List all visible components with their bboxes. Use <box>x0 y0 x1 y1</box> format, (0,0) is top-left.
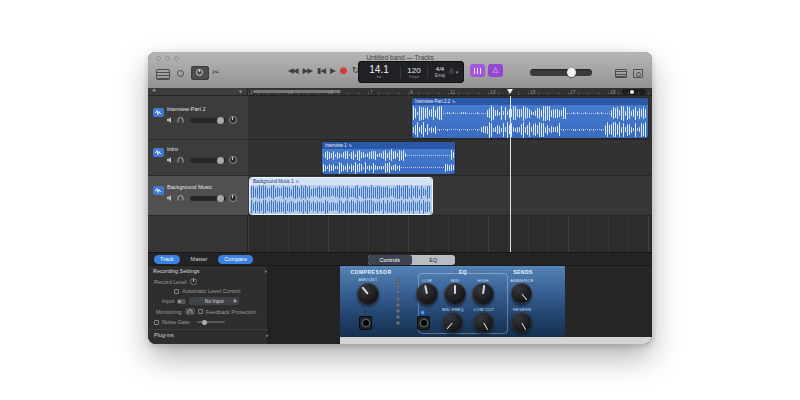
region-name: Interview-Part 2.2 <box>415 98 450 105</box>
compressor-led <box>364 310 367 313</box>
track-name[interactable]: Background Music <box>167 184 212 190</box>
eq-section-title: EQ <box>448 269 478 275</box>
solo-headphones-icon[interactable] <box>177 195 184 201</box>
volume-handle[interactable] <box>217 157 224 164</box>
region-background-music-1[interactable]: Background Music 1↻ <box>250 178 432 214</box>
loop-browser-icon[interactable] <box>615 69 627 78</box>
timeline-lane[interactable]: Interview-Part 2.2↻ Interview 1↻ Backgro… <box>248 96 652 252</box>
add-track-button[interactable]: + <box>152 87 156 95</box>
compressor-amount-knob[interactable] <box>357 283 379 305</box>
library-icon[interactable] <box>156 69 170 80</box>
window-title: Untitled band — Tracks <box>148 54 652 61</box>
input-source-dropdown[interactable]: No Input <box>189 297 239 305</box>
tracks-area: Interview-Part 2 Intro <box>148 96 652 252</box>
track-name[interactable]: Intro <box>167 146 178 152</box>
master-volume-slider[interactable] <box>530 69 592 76</box>
compressor-jack-button[interactable] <box>359 316 372 330</box>
quick-help-icon[interactable] <box>177 70 184 77</box>
noise-gate-row: Noise Gate <box>148 319 274 325</box>
transport-controls: ◀◀ ▶▶ ▮◀ ▶ ● ↻ <box>288 65 359 75</box>
track-options-icon[interactable]: ▼ <box>239 88 242 96</box>
inspector-tabs: Track Master Compare <box>154 255 253 264</box>
zoom-slider[interactable] <box>622 89 646 95</box>
tab-controls[interactable]: Controls <box>368 255 412 265</box>
noise-gate-slider[interactable] <box>197 321 225 323</box>
track-volume-slider[interactable] <box>190 118 226 123</box>
compare-button[interactable]: Compare <box>218 255 253 264</box>
record-level-row: Record Level <box>148 278 274 285</box>
auto-level-checkbox[interactable] <box>174 289 179 294</box>
track-header-background-music[interactable]: Background Music <box>148 176 248 216</box>
tab-eq[interactable]: EQ <box>412 255 456 265</box>
track-header-interview-part-2[interactable]: Interview-Part 2 <box>148 96 248 140</box>
play-button[interactable]: ▶ <box>330 66 335 75</box>
recording-settings-header[interactable]: Recording Settings ▾ <box>148 268 273 274</box>
volume-handle[interactable] <box>217 117 224 124</box>
cycle-range-bar[interactable] <box>253 90 341 94</box>
track-volume-slider[interactable] <box>190 196 226 201</box>
region-interview-1[interactable]: Interview 1↻ <box>322 142 455 174</box>
monitoring-button[interactable] <box>185 308 195 315</box>
record-level-knob[interactable] <box>190 278 197 285</box>
zoom-slider-handle[interactable] <box>630 90 634 94</box>
eq-low-knob[interactable] <box>416 283 438 305</box>
volume-slider-handle[interactable] <box>567 68 576 77</box>
track-header-top-bar: + ▼ <box>148 88 248 96</box>
playhead-marker[interactable] <box>507 89 513 94</box>
tempo-label: Tempo <box>401 75 427 79</box>
record-button[interactable]: ● <box>340 65 347 75</box>
track-header-intro[interactable]: Intro <box>148 140 248 176</box>
eq-mid-freq-knob[interactable] <box>442 312 463 333</box>
track-name[interactable]: Interview-Part 2 <box>167 106 206 112</box>
audio-track-icon <box>153 108 164 117</box>
sends-ambience-knob[interactable] <box>511 283 532 304</box>
input-label: Input <box>162 298 174 304</box>
divider <box>148 329 268 330</box>
sends-reverb-knob[interactable] <box>511 312 532 333</box>
solo-headphones-icon[interactable] <box>177 117 184 123</box>
region-header: Interview-Part 2.2↻ <box>412 98 648 105</box>
tuner-icon[interactable]: ⋔ <box>448 67 455 76</box>
rewind-button[interactable]: ◀◀ <box>288 66 298 75</box>
noise-gate-checkbox[interactable] <box>154 320 159 325</box>
input-format-toggle[interactable] <box>177 299 186 304</box>
eq-high-knob[interactable] <box>472 283 494 305</box>
mute-icon[interactable] <box>167 117 174 123</box>
eq-low-cut-knob[interactable] <box>473 312 494 333</box>
solo-headphones-icon[interactable] <box>177 157 184 163</box>
tab-track[interactable]: Track <box>154 255 180 264</box>
ruler-bar-number: 3 <box>290 88 293 96</box>
metronome-button[interactable]: △ <box>488 64 503 77</box>
region-loop-icon: ↻ <box>296 178 299 185</box>
tab-master[interactable]: Master <box>185 255 214 264</box>
media-browser-icon[interactable] <box>633 69 643 78</box>
volume-handle[interactable] <box>217 195 224 202</box>
pan-knob[interactable] <box>229 116 237 124</box>
editor-scissors-icon[interactable]: ✂ <box>212 67 220 77</box>
go-to-beginning-button[interactable]: ▮◀ <box>317 66 325 75</box>
mute-icon[interactable] <box>167 157 174 163</box>
forward-button[interactable]: ▶▶ <box>303 66 313 75</box>
noise-gate-handle[interactable] <box>202 320 207 325</box>
eq-jack-button[interactable] <box>417 316 430 330</box>
toolbar-badges: △ <box>470 64 503 77</box>
bar-ruler[interactable]: 135791113151719 <box>248 88 652 96</box>
feedback-protection-checkbox[interactable] <box>198 309 203 314</box>
record-level-label: Record Level <box>154 279 186 285</box>
region-header: Background Music 1↻ <box>250 178 432 185</box>
plugins-row[interactable]: Plug-ins ▸ <box>148 332 274 338</box>
horizontal-scrollbar[interactable] <box>340 337 652 344</box>
playhead-line[interactable] <box>510 96 511 252</box>
garageband-window: Untitled band — Tracks ✂ ◀◀ ▶▶ ▮◀ ▶ ● ↻ … <box>148 52 652 344</box>
pan-knob[interactable] <box>229 156 237 164</box>
eq-mid-knob[interactable] <box>444 283 466 305</box>
panel-gap <box>565 266 652 337</box>
region-name: Background Music 1 <box>253 178 294 185</box>
collapse-chevron-icon[interactable]: ▾ <box>265 269 267 274</box>
count-in-button[interactable] <box>470 64 485 77</box>
smart-controls-button[interactable] <box>191 66 209 80</box>
pan-knob[interactable] <box>229 194 237 202</box>
mute-icon[interactable] <box>167 195 174 201</box>
track-volume-slider[interactable] <box>190 158 226 163</box>
region-interview-part-2-2[interactable]: Interview-Part 2.2↻ <box>412 98 648 138</box>
